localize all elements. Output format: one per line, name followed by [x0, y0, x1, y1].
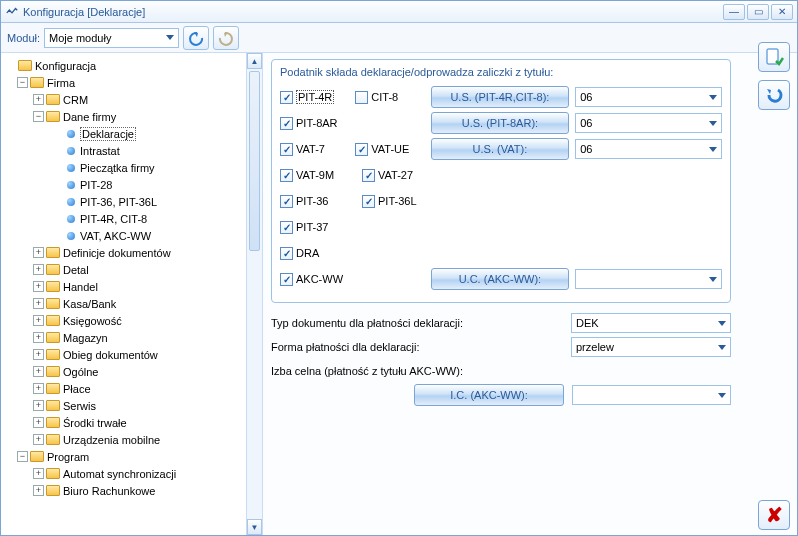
ic-akcww-select[interactable]	[572, 385, 731, 405]
tree-program[interactable]: −Program	[3, 448, 246, 465]
tree-detal[interactable]: +Detal	[3, 261, 246, 278]
panel-title: Podatnik składa deklaracje/odprowadza za…	[280, 66, 722, 78]
checkbox-vatue[interactable]	[355, 143, 368, 156]
checkbox-pit37[interactable]	[280, 221, 293, 234]
expand-icon[interactable]: +	[33, 315, 44, 326]
tree-kasa-bank[interactable]: +Kasa/Bank	[3, 295, 246, 312]
us-pit8ar-button[interactable]: U.S. (PIT-8AR):	[431, 112, 570, 134]
ic-akcww-button[interactable]: I.C. (AKC-WW):	[414, 384, 563, 406]
config-tree[interactable]: Konfiguracja −Firma +CRM −Dane firmy Dek…	[1, 53, 262, 535]
checkbox-pit36l[interactable]	[362, 195, 375, 208]
expand-icon[interactable]: +	[33, 417, 44, 428]
typ-dok-select[interactable]: DEK	[571, 313, 731, 333]
tree-pit36-36l[interactable]: PIT-36, PIT-36L	[3, 193, 246, 210]
tree-biuro[interactable]: +Biuro Rachunkowe	[3, 482, 246, 499]
checkbox-vat7[interactable]	[280, 143, 293, 156]
close-window-button[interactable]: ✕	[771, 4, 793, 20]
folder-icon	[46, 281, 60, 292]
tree-serwis[interactable]: +Serwis	[3, 397, 246, 414]
uc-akcww-button[interactable]: U.C. (AKC-WW):	[431, 268, 570, 290]
tree-def-dok[interactable]: +Definicje dokumentów	[3, 244, 246, 261]
tree-firma[interactable]: −Firma	[3, 74, 246, 91]
uc-akcww-select[interactable]	[575, 269, 722, 289]
tree-crm[interactable]: +CRM	[3, 91, 246, 108]
tree-srodki[interactable]: +Środki trwałe	[3, 414, 246, 431]
maximize-button[interactable]: ▭	[747, 4, 769, 20]
tree-deklaracje[interactable]: Deklaracje	[3, 125, 246, 142]
folder-icon	[46, 485, 60, 496]
expand-icon[interactable]: +	[33, 349, 44, 360]
forma-select[interactable]: przelew	[571, 337, 731, 357]
tree-autosync[interactable]: +Automat synchronizacji	[3, 465, 246, 482]
forward-button[interactable]	[213, 26, 239, 50]
checkbox-cit8[interactable]	[355, 91, 368, 104]
checkbox-pit36[interactable]	[280, 195, 293, 208]
row-forma: Forma płatności dla deklaracji: przelew	[271, 335, 731, 359]
tree-intrastat[interactable]: Intrastat	[3, 142, 246, 159]
tree-urzadzenia[interactable]: +Urządzenia mobilne	[3, 431, 246, 448]
checkbox-akcww[interactable]	[280, 273, 293, 286]
chevron-down-icon	[166, 35, 174, 40]
tree-magazyn[interactable]: +Magazyn	[3, 329, 246, 346]
us-vat-select[interactable]: 06	[575, 139, 722, 159]
tree-dane-firmy[interactable]: −Dane firmy	[3, 108, 246, 125]
folder-icon	[46, 417, 60, 428]
tree-ogolne[interactable]: +Ogólne	[3, 363, 246, 380]
expand-icon[interactable]: +	[33, 247, 44, 258]
label-pit8ar: PIT-8AR	[296, 117, 338, 129]
bullet-icon	[67, 215, 75, 223]
back-button[interactable]	[183, 26, 209, 50]
row-akcww: AKC-WW U.C. (AKC-WW):	[280, 266, 722, 292]
tree-pieczatka[interactable]: Pieczątka firmy	[3, 159, 246, 176]
undo-button[interactable]	[758, 80, 790, 110]
tree-ksiegowosc[interactable]: +Księgowość	[3, 312, 246, 329]
collapse-icon[interactable]: −	[33, 111, 44, 122]
tree-root[interactable]: Konfiguracja	[3, 57, 246, 74]
module-combo[interactable]: Moje moduły	[44, 28, 179, 48]
expand-icon[interactable]: +	[33, 94, 44, 105]
expand-icon[interactable]: +	[33, 264, 44, 275]
module-label: Moduł:	[7, 32, 40, 44]
expand-icon[interactable]: +	[33, 383, 44, 394]
expand-icon[interactable]: +	[33, 468, 44, 479]
tree-handel[interactable]: +Handel	[3, 278, 246, 295]
us-pit4r-select[interactable]: 06	[575, 87, 722, 107]
checkbox-vat9m[interactable]	[280, 169, 293, 182]
save-button[interactable]	[758, 42, 790, 72]
expand-icon[interactable]: +	[33, 434, 44, 445]
module-combo-value: Moje moduły	[49, 32, 111, 44]
checkbox-vat27[interactable]	[362, 169, 375, 182]
chevron-down-icon	[718, 345, 726, 350]
svg-point-0	[9, 9, 11, 11]
tree-obieg[interactable]: +Obieg dokumentów	[3, 346, 246, 363]
us-pit4r-cit8-button[interactable]: U.S. (PIT-4R,CIT-8):	[431, 86, 570, 108]
us-pit8ar-select[interactable]: 06	[575, 113, 722, 133]
collapse-icon[interactable]: −	[17, 77, 28, 88]
expand-icon[interactable]: +	[33, 400, 44, 411]
minimize-button[interactable]: —	[723, 4, 745, 20]
tree-pit4r-cit8[interactable]: PIT-4R, CIT-8	[3, 210, 246, 227]
folder-icon	[46, 468, 60, 479]
expand-icon[interactable]: +	[33, 366, 44, 377]
folder-icon	[46, 383, 60, 394]
tree-place[interactable]: +Płace	[3, 380, 246, 397]
tree-scrollbar[interactable]: ▲ ▼	[246, 53, 262, 535]
expand-icon[interactable]: +	[33, 332, 44, 343]
cancel-button[interactable]: ✘	[758, 500, 790, 530]
expand-icon[interactable]: +	[33, 485, 44, 496]
scroll-down-icon[interactable]: ▼	[247, 519, 262, 535]
tree-pit28[interactable]: PIT-28	[3, 176, 246, 193]
checkbox-dra[interactable]	[280, 247, 293, 260]
tree-vat-akc[interactable]: VAT, AKC-WW	[3, 227, 246, 244]
scroll-thumb[interactable]	[249, 71, 260, 251]
collapse-icon[interactable]: −	[17, 451, 28, 462]
checkbox-pit4r[interactable]	[280, 91, 293, 104]
folder-icon	[46, 94, 60, 105]
us-vat-button[interactable]: U.S. (VAT):	[431, 138, 570, 160]
scroll-up-icon[interactable]: ▲	[247, 53, 262, 69]
checkbox-pit8ar[interactable]	[280, 117, 293, 130]
bullet-icon	[67, 147, 75, 155]
label-vat7: VAT-7	[296, 143, 325, 155]
expand-icon[interactable]: +	[33, 298, 44, 309]
expand-icon[interactable]: +	[33, 281, 44, 292]
